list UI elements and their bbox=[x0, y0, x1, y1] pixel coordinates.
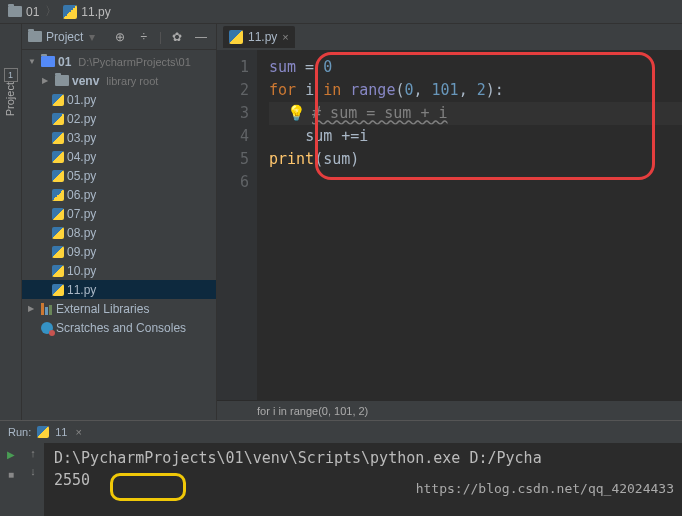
file-name: 11.py bbox=[67, 283, 96, 297]
tree-file[interactable]: 01.py bbox=[22, 90, 216, 109]
python-icon bbox=[63, 5, 77, 19]
run-toolbar-left: ▶ ■ bbox=[0, 443, 22, 516]
file-name: 09.py bbox=[67, 245, 96, 259]
python-icon bbox=[52, 265, 64, 277]
code-body[interactable]: sum = 0 for i in range(0, 101, 2): 💡# su… bbox=[257, 50, 682, 400]
python-icon bbox=[52, 227, 64, 239]
folder-icon bbox=[8, 6, 22, 17]
python-icon bbox=[52, 113, 64, 125]
libraries-icon bbox=[41, 303, 53, 315]
bulb-icon[interactable]: 💡 bbox=[287, 104, 306, 122]
locate-icon[interactable]: ⊕ bbox=[111, 28, 129, 46]
collapse-icon[interactable]: ÷ bbox=[135, 28, 153, 46]
python-icon bbox=[52, 151, 64, 163]
file-name: 07.py bbox=[67, 207, 96, 221]
python-icon bbox=[37, 426, 49, 438]
stop-icon[interactable]: ■ bbox=[4, 467, 18, 481]
breadcrumb-separator: 〉 bbox=[45, 3, 57, 20]
tree-file[interactable]: 08.py bbox=[22, 223, 216, 242]
code-editor[interactable]: 123456 sum = 0 for i in range(0, 101, 2)… bbox=[217, 50, 682, 400]
project-pane: Project ▾ ⊕ ÷ | ✿ — ▼01D:\PycharmProject… bbox=[22, 24, 217, 420]
folder-icon bbox=[28, 31, 42, 42]
tab-file[interactable]: 11.py × bbox=[223, 26, 295, 48]
file-name: 10.py bbox=[67, 264, 96, 278]
tree-file[interactable]: 05.py bbox=[22, 166, 216, 185]
rail-badge: 1 bbox=[4, 68, 18, 82]
run-config[interactable]: 11 bbox=[55, 426, 67, 438]
file-name: 03.py bbox=[67, 131, 96, 145]
tree-venv[interactable]: ▶venvlibrary root bbox=[22, 71, 216, 90]
project-header: Project ▾ ⊕ ÷ | ✿ — bbox=[22, 24, 216, 50]
module-icon bbox=[41, 56, 55, 67]
python-icon bbox=[52, 284, 64, 296]
watermark: https://blog.csdn.net/qq_42024433 bbox=[416, 481, 674, 496]
run-panel: Run: 11 × ▶ ■ ↑ ↓ D:\PycharmProjects\01\… bbox=[0, 420, 682, 516]
breadcrumb: 01 〉 11.py bbox=[0, 0, 682, 24]
python-icon bbox=[52, 94, 64, 106]
run-header: Run: 11 × bbox=[0, 421, 682, 443]
run-label: Run: bbox=[8, 426, 31, 438]
file-name: 08.py bbox=[67, 226, 96, 240]
run-output[interactable]: D:\PycharmProjects\01\venv\Scripts\pytho… bbox=[44, 443, 682, 516]
python-icon bbox=[52, 246, 64, 258]
tree-file[interactable]: 03.py bbox=[22, 128, 216, 147]
python-icon bbox=[52, 208, 64, 220]
editor-pane: 11.py × 123456 sum = 0 for i in range(0,… bbox=[217, 24, 682, 420]
python-icon bbox=[52, 189, 64, 201]
editor-crumb[interactable]: for i in range(0, 101, 2) bbox=[217, 400, 682, 420]
tree-file[interactable]: 10.py bbox=[22, 261, 216, 280]
gear-icon[interactable]: ✿ bbox=[168, 28, 186, 46]
file-name: 05.py bbox=[67, 169, 96, 183]
gutter: 123456 bbox=[217, 50, 257, 400]
folder-icon bbox=[55, 75, 69, 86]
tab-bar: 11.py × bbox=[217, 24, 682, 50]
hide-icon[interactable]: — bbox=[192, 28, 210, 46]
tree-file[interactable]: 07.py bbox=[22, 204, 216, 223]
python-icon bbox=[52, 170, 64, 182]
scratches-icon bbox=[41, 322, 53, 334]
rail-label[interactable]: Project bbox=[4, 82, 16, 116]
file-name: 06.py bbox=[67, 188, 96, 202]
file-name: 01.py bbox=[67, 93, 96, 107]
tree-file[interactable]: 11.py bbox=[22, 280, 216, 299]
tree-file[interactable]: 04.py bbox=[22, 147, 216, 166]
project-title[interactable]: Project ▾ bbox=[28, 30, 105, 44]
tree-root[interactable]: ▼01D:\PycharmProjects\01 bbox=[22, 52, 216, 71]
breadcrumb-file[interactable]: 11.py bbox=[63, 5, 110, 19]
project-tree: ▼01D:\PycharmProjects\01 ▶venvlibrary ro… bbox=[22, 50, 216, 420]
tree-file[interactable]: 06.py bbox=[22, 185, 216, 204]
left-rail: 1 Project bbox=[0, 24, 22, 420]
tree-scratches[interactable]: ▶Scratches and Consoles bbox=[22, 318, 216, 337]
close-icon[interactable]: × bbox=[76, 426, 82, 438]
down-icon[interactable]: ↓ bbox=[30, 465, 36, 477]
tree-external[interactable]: ▶External Libraries bbox=[22, 299, 216, 318]
tab-label: 11.py bbox=[248, 30, 277, 44]
run-toolbar-nav: ↑ ↓ bbox=[22, 443, 44, 516]
tree-file[interactable]: 02.py bbox=[22, 109, 216, 128]
play-icon[interactable]: ▶ bbox=[4, 447, 18, 461]
output-command: D:\PycharmProjects\01\venv\Scripts\pytho… bbox=[54, 449, 672, 467]
python-icon bbox=[229, 30, 243, 44]
close-icon[interactable]: × bbox=[282, 31, 288, 43]
breadcrumb-folder[interactable]: 01 bbox=[8, 5, 39, 19]
file-name: 02.py bbox=[67, 112, 96, 126]
file-name: 04.py bbox=[67, 150, 96, 164]
up-icon[interactable]: ↑ bbox=[30, 447, 36, 459]
tree-file[interactable]: 09.py bbox=[22, 242, 216, 261]
python-icon bbox=[52, 132, 64, 144]
